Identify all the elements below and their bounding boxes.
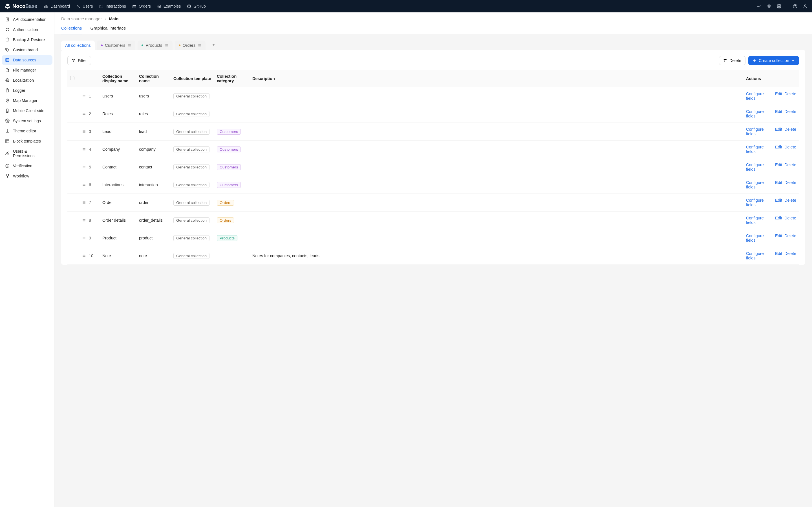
- cell-display-name: Interactions: [100, 176, 136, 194]
- sidebar-item-mobile-client-side[interactable]: Mobile Client-side: [2, 106, 52, 115]
- edit-link[interactable]: Edit: [775, 251, 782, 260]
- drag-handle-icon[interactable]: [82, 201, 86, 205]
- category-tab-all-collections[interactable]: All collections: [61, 41, 95, 50]
- cell-name: company: [136, 140, 170, 158]
- delete-button[interactable]: Delete: [719, 56, 746, 65]
- nav-interactions[interactable]: Interactions: [99, 4, 126, 8]
- sidebar-item-theme-editor[interactable]: Theme editor: [2, 126, 52, 136]
- col-actions: Actions: [743, 70, 799, 87]
- cell-display-name: Order details: [100, 212, 136, 229]
- brand-logo[interactable]: NocoBase: [4, 3, 37, 9]
- svg-rect-24: [6, 139, 9, 143]
- delete-link[interactable]: Delete: [784, 180, 796, 189]
- sidebar-item-api-documentation[interactable]: API documentation: [2, 15, 52, 24]
- sidebar-item-file-manager[interactable]: File manager: [2, 65, 52, 75]
- drag-handle-icon[interactable]: [82, 236, 86, 240]
- svg-point-25: [6, 152, 7, 154]
- configure-fields-link[interactable]: Configure fields: [746, 92, 773, 101]
- cell-display-name: Product: [100, 229, 136, 247]
- menu-icon[interactable]: [128, 43, 132, 47]
- table-row: 5 Contact contact General collection Cus…: [67, 158, 799, 176]
- drag-handle-icon[interactable]: [82, 183, 86, 187]
- edit-link[interactable]: Edit: [775, 233, 782, 242]
- menu-icon[interactable]: [198, 43, 202, 47]
- delete-link[interactable]: Delete: [784, 92, 796, 101]
- sidebar-item-block-templates[interactable]: Block templates: [2, 136, 52, 146]
- drag-handle-icon[interactable]: [82, 147, 86, 151]
- edit-link[interactable]: Edit: [775, 198, 782, 207]
- sidebar-item-authentication[interactable]: Authentication: [2, 25, 52, 34]
- edit-link[interactable]: Edit: [775, 145, 782, 154]
- sidebar-item-map-manager[interactable]: Map Manager: [2, 96, 52, 105]
- delete-link[interactable]: Delete: [784, 127, 796, 136]
- add-category-button[interactable]: [208, 41, 220, 50]
- nav-examples[interactable]: Examples: [157, 4, 181, 8]
- delete-link[interactable]: Delete: [784, 109, 796, 118]
- nav-users[interactable]: Users: [76, 4, 93, 8]
- edit-link[interactable]: Edit: [775, 216, 782, 225]
- category-tab-orders[interactable]: Orders: [175, 41, 206, 50]
- sidebar-item-custom-brand[interactable]: Custom brand: [2, 45, 52, 55]
- sidebar-label: Map Manager: [13, 98, 37, 103]
- edit-link[interactable]: Edit: [775, 127, 782, 136]
- category-tab-customers[interactable]: Customers: [97, 41, 136, 50]
- configure-fields-link[interactable]: Configure fields: [746, 198, 773, 207]
- drag-handle-icon[interactable]: [82, 165, 86, 169]
- category-tab-products[interactable]: Products: [138, 41, 172, 50]
- configure-fields-link[interactable]: Configure fields: [746, 145, 773, 154]
- sidebar-item-data-sources[interactable]: Data sources: [2, 55, 52, 65]
- nav-github[interactable]: GitHub: [187, 4, 206, 8]
- plugin-icon[interactable]: [767, 4, 771, 8]
- top-nav: NocoBase DashboardUsersInteractionsOrder…: [0, 0, 812, 12]
- drag-handle-icon[interactable]: [82, 254, 86, 258]
- sidebar-item-system-settings[interactable]: System settings: [2, 116, 52, 126]
- sidebar-item-backup-restore[interactable]: Backup & Restore: [2, 35, 52, 45]
- tab-collections[interactable]: Collections: [61, 25, 82, 34]
- configure-fields-link[interactable]: Configure fields: [746, 163, 773, 172]
- nav-orders[interactable]: Orders: [132, 4, 151, 8]
- delete-link[interactable]: Delete: [784, 216, 796, 225]
- delete-link[interactable]: Delete: [784, 145, 796, 154]
- sidebar-item-workflow[interactable]: Workflow: [2, 171, 52, 181]
- drag-handle-icon[interactable]: [82, 112, 86, 116]
- sidebar-item-users-permissions[interactable]: Users & Permissions: [2, 147, 52, 161]
- row-index: 6: [89, 182, 91, 187]
- edit-link[interactable]: Edit: [775, 109, 782, 118]
- col-category: Collection category: [214, 70, 250, 87]
- menu-icon[interactable]: [165, 43, 168, 47]
- nav-dashboard[interactable]: Dashboard: [44, 4, 70, 8]
- sidebar-item-verification[interactable]: Verification: [2, 161, 52, 171]
- clear-icon[interactable]: [756, 4, 761, 8]
- user-icon[interactable]: [803, 4, 808, 8]
- configure-fields-link[interactable]: Configure fields: [746, 127, 773, 136]
- help-icon[interactable]: [793, 4, 797, 8]
- configure-fields-link[interactable]: Configure fields: [746, 233, 773, 242]
- edit-link[interactable]: Edit: [775, 92, 782, 101]
- tab-graphical-interface[interactable]: Graphical interface: [90, 25, 126, 34]
- delete-link[interactable]: Delete: [784, 163, 796, 172]
- col-name: Collection name: [136, 70, 170, 87]
- svg-rect-6: [768, 6, 769, 7]
- delete-link[interactable]: Delete: [784, 233, 796, 242]
- select-all-checkbox[interactable]: [70, 76, 74, 80]
- delete-link[interactable]: Delete: [784, 251, 796, 260]
- breadcrumb-parent[interactable]: Data source manager: [61, 16, 102, 21]
- edit-link[interactable]: Edit: [775, 163, 782, 172]
- create-collection-button[interactable]: Create collection: [748, 56, 799, 65]
- configure-fields-link[interactable]: Configure fields: [746, 251, 773, 260]
- configure-fields-link[interactable]: Configure fields: [746, 216, 773, 225]
- settings-icon[interactable]: [777, 4, 781, 8]
- configure-fields-link[interactable]: Configure fields: [746, 180, 773, 189]
- delete-link[interactable]: Delete: [784, 198, 796, 207]
- filter-button[interactable]: Filter: [67, 56, 91, 65]
- sidebar-item-localization[interactable]: Localization: [2, 75, 52, 85]
- edit-link[interactable]: Edit: [775, 180, 782, 189]
- drag-handle-icon[interactable]: [82, 129, 86, 133]
- drag-handle-icon[interactable]: [82, 218, 86, 222]
- row-index: 3: [89, 129, 91, 134]
- drag-handle-icon[interactable]: [82, 94, 86, 98]
- cell-name: note: [136, 247, 170, 265]
- sidebar-item-logger[interactable]: Logger: [2, 86, 52, 95]
- col-template: Collection template: [170, 70, 214, 87]
- configure-fields-link[interactable]: Configure fields: [746, 109, 773, 118]
